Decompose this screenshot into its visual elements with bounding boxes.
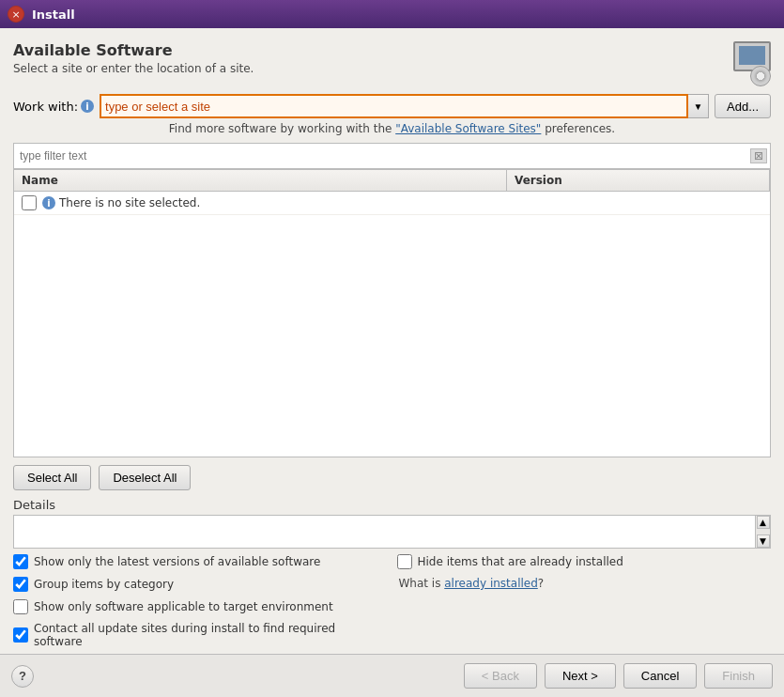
already-installed-link[interactable]: already installed	[444, 577, 538, 590]
find-more-row: Find more software by working with the "…	[13, 122, 771, 135]
option-row-hide-installed: Hide items that are already installed	[397, 554, 772, 569]
option-row-contact: Contact all update sites during install …	[13, 622, 388, 648]
buttons-row: Select All Deselect All	[13, 457, 771, 498]
header-icon	[726, 41, 771, 86]
what-is-text: What is	[399, 577, 445, 590]
option-checkbox-applicable[interactable]	[13, 599, 28, 614]
header-text: Available Software Select a site or ente…	[13, 41, 254, 75]
details-scroll-down[interactable]: ▼	[757, 534, 770, 548]
close-button[interactable]: ×	[8, 6, 24, 23]
find-more-text: Find more software by working with the	[169, 122, 395, 135]
back-button[interactable]: < Back	[464, 663, 537, 689]
option-label-applicable: Show only software applicable to target …	[34, 600, 333, 613]
options-right: Hide items that are already installed Wh…	[388, 554, 772, 648]
option-label-category: Group items by category	[34, 578, 174, 591]
option-label-contact: Contact all update sites during install …	[34, 622, 388, 648]
work-with-input[interactable]	[100, 94, 688, 118]
add-button[interactable]: Add...	[715, 94, 771, 118]
select-all-button[interactable]: Select All	[13, 465, 91, 490]
available-software-sites-link[interactable]: "Available Software Sites"	[395, 122, 541, 135]
footer: ? < Back Next > Cancel Finish	[0, 654, 784, 697]
software-table: Name Version i There is no site selected…	[13, 169, 771, 457]
column-header-name: Name	[14, 170, 507, 191]
option-checkbox-contact[interactable]	[13, 627, 28, 643]
table-header: Name Version	[14, 170, 770, 192]
work-with-dropdown-button[interactable]: ▼	[688, 94, 709, 118]
titlebar: × Install	[0, 0, 784, 28]
info-icon: i	[81, 100, 94, 113]
finish-button[interactable]: Finish	[704, 663, 773, 689]
row-checkbox[interactable]	[22, 195, 37, 210]
option-label-hide-installed: Hide items that are already installed	[418, 555, 623, 568]
details-box: ▲ ▼	[13, 515, 771, 549]
option-checkbox-hide-installed[interactable]	[397, 554, 412, 569]
row-info-icon: i	[42, 196, 55, 209]
details-scrollbar: ▲ ▼	[755, 516, 770, 548]
details-label: Details	[13, 498, 771, 512]
filter-input[interactable]	[13, 143, 771, 169]
monitor-screen	[739, 46, 765, 65]
what-is-after: ?	[538, 577, 544, 590]
header-row: Available Software Select a site or ente…	[13, 41, 771, 86]
footer-left: ?	[11, 665, 34, 688]
page-subtitle: Select a site or enter the location of a…	[13, 62, 254, 75]
filter-clear-button[interactable]: ⊠	[750, 148, 767, 163]
deselect-all-button[interactable]: Deselect All	[99, 465, 191, 490]
next-button[interactable]: Next >	[545, 663, 616, 689]
option-label-latest: Show only the latest versions of availab…	[34, 555, 320, 568]
footer-right: < Back Next > Cancel Finish	[464, 663, 773, 689]
option-checkbox-category[interactable]	[13, 577, 28, 592]
row-name-text: There is no site selected.	[59, 196, 200, 209]
details-section: Details ▲ ▼	[13, 498, 771, 549]
details-scroll-up[interactable]: ▲	[757, 516, 770, 529]
option-row-latest: Show only the latest versions of availab…	[13, 554, 388, 569]
table-body: i There is no site selected.	[14, 192, 770, 457]
find-more-after: preferences.	[541, 122, 615, 135]
what-is-row: What is already installed?	[397, 577, 772, 590]
cancel-button[interactable]: Cancel	[623, 663, 697, 689]
work-with-label: Work with: i	[13, 100, 94, 114]
page-title: Available Software	[13, 41, 254, 59]
options-left: Show only the latest versions of availab…	[13, 554, 388, 648]
column-header-version: Version	[507, 170, 770, 191]
filter-row: ⊠	[13, 143, 771, 169]
option-row-category: Group items by category	[13, 577, 388, 592]
option-checkbox-latest[interactable]	[13, 554, 28, 569]
options-section: Show only the latest versions of availab…	[13, 554, 771, 648]
work-with-input-wrap: ▼	[100, 94, 709, 118]
cd-icon	[750, 66, 771, 86]
work-with-row: Work with: i ▼ Add...	[13, 94, 771, 118]
option-row-applicable: Show only software applicable to target …	[13, 599, 388, 614]
help-button[interactable]: ?	[11, 665, 34, 688]
table-row: i There is no site selected.	[14, 192, 770, 215]
window-title: Install	[32, 8, 75, 22]
main-content: Available Software Select a site or ente…	[0, 28, 784, 697]
